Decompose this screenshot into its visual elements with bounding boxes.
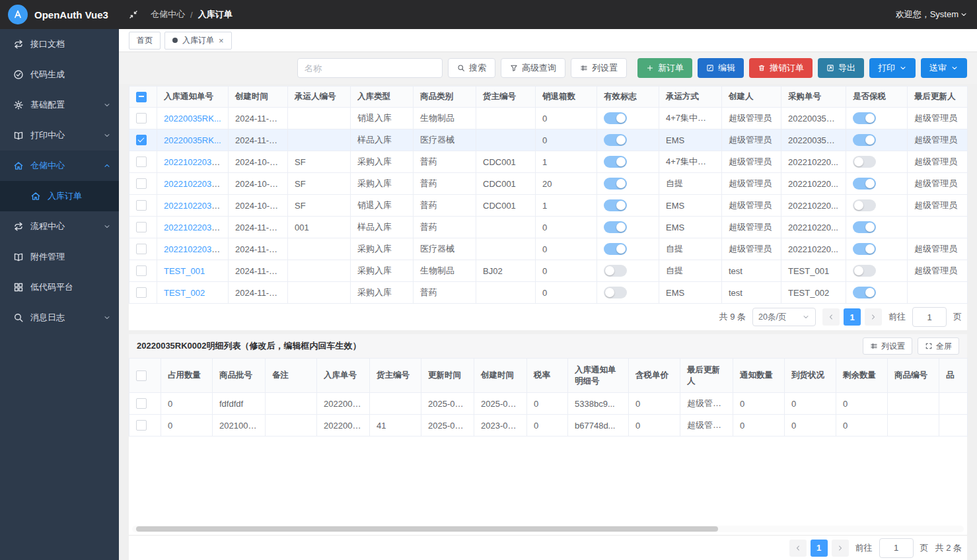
detail-row[interactable]: 02021000...2022003...412025-05-...2023-0… — [129, 415, 968, 437]
row-checkbox[interactable] — [136, 398, 147, 409]
search-button[interactable]: 搜索 — [448, 58, 495, 78]
bonded-toggle[interactable] — [853, 265, 876, 277]
row-checkbox-cell[interactable] — [129, 129, 157, 151]
order-no-link[interactable]: 2022102203R... — [164, 201, 225, 211]
row-checkbox-cell[interactable] — [129, 393, 161, 415]
detail-column-settings-button[interactable]: 列设置 — [863, 337, 912, 355]
row-checkbox-cell[interactable] — [129, 108, 157, 129]
table-row[interactable]: 2022102203R...2024-11-07 ...001样品入库普药0EM… — [129, 217, 968, 238]
valid-flag-toggle[interactable] — [604, 221, 627, 233]
bonded-toggle[interactable] — [853, 134, 876, 146]
row-checkbox[interactable] — [136, 287, 147, 298]
search-input[interactable] — [297, 58, 443, 78]
table-row[interactable]: 2022102203R...2024-11-07 ...采购入库医疗器械0自提超… — [129, 238, 968, 260]
row-checkbox-cell[interactable] — [129, 238, 157, 260]
advanced-query-button[interactable]: 高级查询 — [501, 58, 565, 78]
table-row[interactable]: 2022102203R...2024-10-31...SF采购入库普药CDC00… — [129, 151, 968, 173]
user-menu[interactable]: 欢迎您，System — [896, 9, 977, 20]
sidebar-subitem-inbound-order[interactable]: 入库订单 — [0, 181, 119, 211]
valid-flag-toggle[interactable] — [604, 134, 627, 146]
tab-home[interactable]: 首页 — [129, 32, 161, 50]
valid-flag-toggle[interactable] — [604, 287, 627, 298]
row-checkbox[interactable] — [136, 135, 147, 145]
bonded-toggle[interactable] — [853, 199, 876, 211]
sidebar-item-warehouse-center[interactable]: 仓储中心 — [0, 151, 119, 181]
valid-flag-toggle[interactable] — [604, 265, 627, 277]
row-checkbox-cell[interactable] — [129, 282, 157, 304]
edit-button[interactable]: 编辑 — [698, 58, 744, 78]
new-order-button[interactable]: 新订单 — [637, 58, 692, 78]
goto-page-input[interactable] — [912, 307, 947, 327]
sidebar-item-attachments[interactable]: 附件管理 — [0, 242, 119, 272]
sidebar-item-message-log[interactable]: 消息日志 — [0, 302, 119, 333]
order-no-link[interactable]: 2022102203R... — [164, 244, 225, 254]
order-no-link[interactable]: 2022102203R... — [164, 179, 225, 189]
row-checkbox[interactable] — [136, 370, 147, 381]
cancel-order-button[interactable]: 撤销订单 — [749, 58, 813, 78]
table-row[interactable]: 20220035RK...2024-11-06 ...样品入库医疗器械0EMS超… — [129, 129, 968, 151]
bonded-toggle[interactable] — [853, 178, 876, 190]
bonded-toggle[interactable] — [853, 112, 876, 124]
valid-flag-toggle[interactable] — [604, 178, 627, 190]
row-checkbox[interactable] — [136, 157, 147, 167]
detail-fullscreen-button[interactable]: 全屏 — [918, 337, 959, 355]
sidebar-item-codegen[interactable]: 代码生成 — [0, 59, 119, 90]
prev-page-button[interactable] — [822, 308, 840, 326]
page-size-select[interactable]: 20条/页 — [752, 308, 816, 326]
valid-flag-toggle[interactable] — [604, 156, 627, 168]
table-row[interactable]: TEST_0012024-11-23 ...采购入库生物制品BJ020自提tes… — [129, 260, 968, 282]
sidebar-item-print-center[interactable]: 打印中心 — [0, 120, 119, 151]
bonded-toggle[interactable] — [853, 287, 876, 298]
export-button[interactable]: 导出 — [818, 58, 864, 78]
order-no-link[interactable]: 20220035RK... — [164, 135, 221, 145]
valid-flag-toggle[interactable] — [604, 112, 627, 124]
valid-flag-toggle[interactable] — [604, 199, 627, 211]
row-checkbox-cell[interactable] — [129, 195, 157, 217]
row-checkbox-cell[interactable] — [129, 173, 157, 195]
select-all-checkbox[interactable] — [136, 92, 147, 102]
sidebar-item-api-docs[interactable]: 接口文档 — [0, 29, 119, 59]
order-no-link[interactable]: TEST_001 — [164, 266, 205, 276]
row-checkbox[interactable] — [136, 265, 147, 276]
next-page-button[interactable] — [865, 308, 882, 326]
current-page-button[interactable]: 1 — [811, 540, 828, 557]
table-row[interactable]: 2022102203R...2024-10-31...SF采购入库普药CDC00… — [129, 173, 968, 195]
order-no-link[interactable]: TEST_002 — [164, 288, 205, 298]
order-no-link[interactable]: 2022102203R... — [164, 223, 225, 232]
row-checkbox-cell[interactable] — [129, 260, 157, 282]
scrollbar-thumb[interactable] — [136, 526, 718, 532]
prev-page-button[interactable] — [789, 540, 807, 557]
row-checkbox-cell[interactable] — [129, 217, 157, 238]
row-checkbox[interactable] — [136, 113, 147, 123]
row-checkbox[interactable] — [136, 244, 147, 254]
detail-row[interactable]: 0fdfdfdf2022003...2025-05-...2025-05-...… — [129, 393, 968, 415]
print-button[interactable]: 打印 — [869, 58, 916, 78]
goto-page-input[interactable] — [879, 538, 914, 558]
next-page-button[interactable] — [832, 540, 849, 557]
table-row[interactable]: 2022102203R...2024-10-31...SF销退入库普药CDC00… — [129, 195, 968, 217]
order-no-link[interactable]: 2022102203R... — [164, 157, 225, 167]
bonded-toggle[interactable] — [853, 243, 876, 255]
sidebar-item-lowcode[interactable]: 低代码平台 — [0, 272, 119, 302]
row-checkbox-cell[interactable] — [129, 151, 157, 173]
table-row[interactable]: 20220035RK...2024-11-06 ...销退入库生物制品04+7集… — [129, 108, 968, 129]
table-row[interactable]: TEST_0022024-11-23 ...采购入库普药0EMStestTEST… — [129, 282, 968, 304]
sidebar-item-flow-center[interactable]: 流程中心 — [0, 211, 119, 242]
current-page-button[interactable]: 1 — [844, 308, 861, 326]
horizontal-scrollbar[interactable] — [132, 526, 964, 532]
sidebar-item-base-config[interactable]: 基础配置 — [0, 90, 119, 120]
valid-flag-toggle[interactable] — [604, 243, 627, 255]
row-checkbox[interactable] — [136, 200, 147, 211]
tab-close-icon[interactable]: × — [219, 36, 224, 45]
row-checkbox[interactable] — [136, 222, 147, 232]
submit-review-button[interactable]: 送审 — [921, 58, 967, 78]
sidebar-collapse-icon[interactable] — [128, 9, 139, 20]
column-settings-button[interactable]: 列设置 — [571, 58, 627, 78]
bonded-toggle[interactable] — [853, 156, 876, 168]
tab-inbound-order[interactable]: 入库订单 × — [164, 32, 232, 50]
row-checkbox[interactable] — [136, 420, 147, 431]
row-checkbox[interactable] — [136, 178, 147, 189]
bonded-toggle[interactable] — [853, 221, 876, 233]
order-no-link[interactable]: 20220035RK... — [164, 114, 221, 123]
row-checkbox-cell[interactable] — [129, 415, 161, 437]
